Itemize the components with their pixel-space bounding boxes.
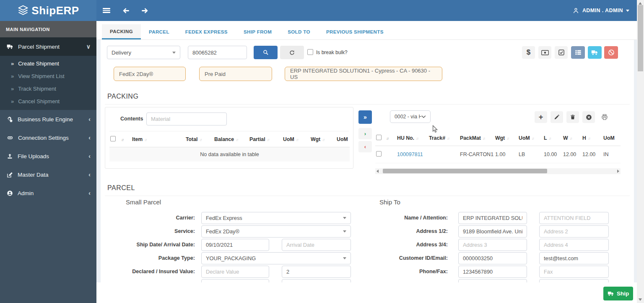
hu-row-checkbox[interactable]: [376, 151, 382, 157]
hscroll-thumb[interactable]: [383, 169, 547, 173]
customer-id-input[interactable]: [458, 252, 527, 264]
scroll-left-arrow[interactable]: [377, 170, 379, 173]
sidebar-section-label: MAIN NAVIGATION: [0, 21, 96, 37]
user-menu[interactable]: ADMIN . ADMIN: [572, 0, 629, 21]
pack-all-button[interactable]: »: [358, 110, 372, 124]
sidebar-item-admin[interactable]: Admin ‹: [0, 184, 96, 202]
column-header-uom[interactable]: UoM↓↑: [282, 132, 310, 147]
sidebar-item-track-shipment[interactable]: » Track Shipment: [0, 82, 96, 95]
column-header-w[interactable]: W↓↑: [562, 131, 582, 146]
pack-selected-button[interactable]: ›: [358, 128, 372, 139]
column-header-total[interactable]: Total↓↑: [185, 132, 213, 147]
caret-down-icon: [343, 257, 346, 259]
list-view-button[interactable]: [571, 46, 585, 59]
break-bulk-checkbox[interactable]: [307, 49, 313, 55]
sidebar-item-cancel-shipment[interactable]: » Cancel Shipment: [0, 95, 96, 107]
check-square-icon: [558, 49, 565, 56]
fax-input[interactable]: [539, 266, 609, 278]
declare-value-input[interactable]: [201, 266, 269, 278]
chevron-left-icon: ‹: [364, 144, 366, 150]
insured-value-input[interactable]: [282, 266, 351, 278]
forward-button[interactable]: [135, 0, 154, 21]
edit-hu-button[interactable]: [551, 111, 563, 123]
carrier-select[interactable]: FedEx Express: [201, 212, 351, 224]
sidebar-item-create-shipment[interactable]: » Create Shipment: [0, 57, 96, 70]
print-label-button[interactable]: [598, 111, 611, 123]
sort-icon[interactable]: ↓↑: [121, 138, 123, 142]
scroll-right-arrow[interactable]: [617, 170, 619, 173]
phone-input[interactable]: [458, 266, 527, 278]
ship-mode-button[interactable]: [588, 46, 602, 59]
back-button[interactable]: [117, 0, 135, 21]
hu-number-link[interactable]: 100097811: [397, 152, 423, 157]
sidebar-item-parcel-shipment[interactable]: Parcel Shipment ∨: [0, 37, 96, 56]
column-header-uom2[interactable]: UoM: [602, 131, 621, 146]
add-hu-button[interactable]: +: [535, 111, 547, 123]
document-type-select[interactable]: Delivery: [107, 46, 180, 59]
double-chevron-icon: »: [11, 86, 14, 92]
sidebar-item-file-uploads[interactable]: File Uploads ‹: [0, 147, 96, 165]
ship-to-name-input[interactable]: [458, 212, 527, 224]
unpack-selected-button[interactable]: ‹: [358, 141, 372, 152]
hu-table-hscrollbar[interactable]: [375, 168, 621, 174]
tab-bar: PACKING PARCEL FEDEX EXPRESS SHIP FROM S…: [96, 21, 637, 40]
pencil-icon: [554, 114, 560, 120]
package-type-select[interactable]: YOUR_PACKAGING: [201, 252, 351, 264]
address3-input[interactable]: [458, 239, 527, 251]
column-header-item[interactable]: Item↓↑: [131, 132, 185, 147]
scroll-up-arrow[interactable]: [639, 2, 642, 5]
sidebar-toggle-button[interactable]: [97, 0, 116, 21]
validate-button[interactable]: [555, 46, 568, 59]
address1-input[interactable]: [458, 225, 527, 238]
sidebar-item-view-shipment-list[interactable]: » View Shipment List: [0, 70, 96, 82]
tab-packing[interactable]: PACKING: [102, 24, 141, 39]
document-number-input[interactable]: [188, 46, 247, 59]
column-header-balance[interactable]: Balance↓↑: [213, 132, 249, 147]
tab-fedex-express[interactable]: FEDEX EXPRESS: [177, 24, 236, 39]
ship-date-input[interactable]: [201, 239, 269, 251]
hu-select[interactable]: 0002 - via H: [390, 110, 431, 123]
sort-icon: ↓↑: [144, 138, 146, 142]
void-button[interactable]: [604, 46, 618, 59]
sort-icon: ↓↑: [322, 138, 324, 142]
search-button[interactable]: [254, 46, 278, 59]
select-all-checkbox[interactable]: [110, 136, 116, 141]
upload-icon: [7, 153, 13, 159]
delete-hu-button[interactable]: [566, 111, 579, 123]
sidebar-item-master-data[interactable]: Master Data ‹: [0, 165, 96, 184]
arrival-date-input[interactable]: [282, 239, 351, 251]
select-all-hu-checkbox[interactable]: [376, 135, 382, 140]
column-header-hu-no[interactable]: HU No.↓↑: [396, 131, 428, 146]
sidebar-item-connection-settings[interactable]: Connection Settings ‹: [0, 128, 96, 147]
column-header-track[interactable]: Track#↓↑: [428, 131, 459, 146]
void-hu-button[interactable]: [582, 111, 595, 123]
column-header-wgt[interactable]: Wgt↓↑: [494, 131, 518, 146]
page-vscrollbar[interactable]: [637, 0, 644, 303]
sidebar-item-business-rule-engine[interactable]: Business Rule Engine ‹: [0, 110, 96, 128]
material-input[interactable]: [146, 112, 227, 125]
tab-sold-to[interactable]: SOLD TO: [280, 24, 318, 39]
address2-input[interactable]: [539, 225, 609, 238]
ship-button[interactable]: Ship: [603, 287, 633, 300]
scroll-down-arrow[interactable]: [639, 298, 642, 301]
sort-icon[interactable]: ↓↑: [386, 136, 388, 141]
service-select[interactable]: FedEx 2Day®: [201, 225, 351, 238]
tab-ship-from[interactable]: SHIP FROM: [236, 24, 280, 39]
refresh-button[interactable]: [280, 46, 304, 59]
column-header-wgt[interactable]: Wgt↓↑: [310, 132, 336, 147]
attention-input[interactable]: [539, 212, 609, 224]
email-input[interactable]: [539, 252, 609, 264]
tab-previous-shipments[interactable]: PREVIOUS SHIPMENTS: [318, 24, 392, 39]
column-header-l[interactable]: L↓↑: [543, 131, 562, 146]
rate-quote-button[interactable]: $: [522, 46, 535, 59]
tab-parcel[interactable]: PARCEL: [141, 24, 177, 39]
column-header-packmat[interactable]: PackMat↓↑: [459, 131, 494, 146]
brand-logo[interactable]: ShipERP: [0, 0, 96, 21]
column-header-uom[interactable]: UoM↓↑: [518, 131, 543, 146]
column-header-uom2[interactable]: UoM: [336, 132, 350, 147]
column-header-h[interactable]: H↓↑: [582, 131, 602, 146]
address4-input[interactable]: [539, 239, 609, 251]
vscroll-thumb[interactable]: [638, 5, 643, 71]
column-header-partial[interactable]: Partial↓↑: [249, 132, 282, 147]
payment-button[interactable]: [538, 46, 551, 59]
